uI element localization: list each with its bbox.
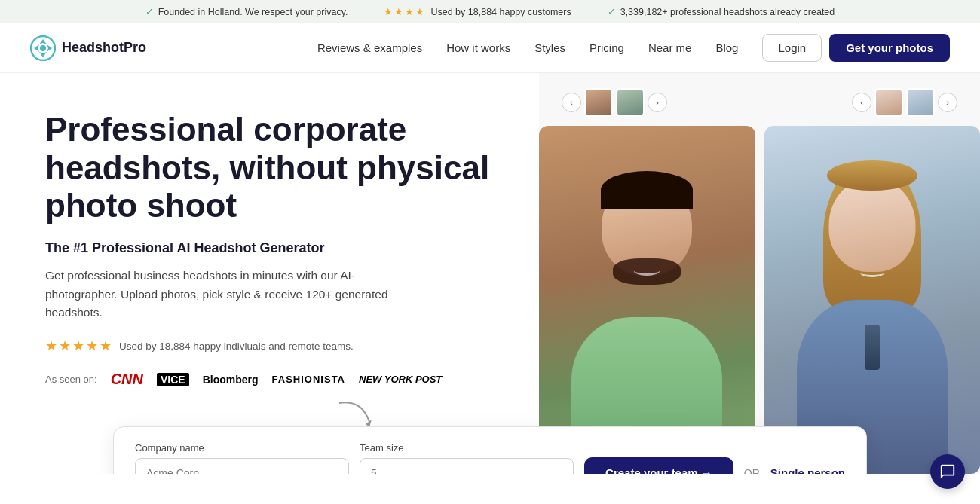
- login-button[interactable]: Login: [762, 34, 822, 62]
- check-icon-1: ✓: [145, 6, 154, 17]
- brand-cnn: CNN: [111, 371, 143, 388]
- brand-vice: VICE: [157, 373, 189, 386]
- prev-arrow-right[interactable]: ‹: [852, 93, 871, 112]
- chat-widget[interactable]: [930, 454, 965, 489]
- hero-title: Professional corporate headshots, withou…: [45, 111, 509, 225]
- logo-icon: [30, 35, 56, 61]
- logo[interactable]: HeadshotPro: [30, 35, 146, 61]
- banner-text-2: Used by 18,884 happy customers: [430, 7, 571, 17]
- as-seen-label: As seen on:: [45, 374, 97, 385]
- single-person-button[interactable]: Single person: [770, 466, 845, 474]
- create-team-button[interactable]: Create your team →: [584, 457, 733, 474]
- check-icon-3: ✓: [608, 6, 616, 17]
- nav-link-near-me[interactable]: Near me: [648, 41, 692, 54]
- thumb-female-2[interactable]: [906, 88, 935, 117]
- top-banner: ✓ Founded in Holland. We respect your pr…: [0, 0, 980, 23]
- company-name-input[interactable]: [135, 458, 349, 474]
- nav-item-pricing[interactable]: Pricing: [590, 41, 624, 55]
- team-size-input[interactable]: [360, 458, 574, 474]
- banner-item-3: ✓ 3,339,182+ professional headshots alre…: [608, 6, 835, 17]
- brand-bloomberg: Bloomberg: [203, 374, 259, 386]
- hero-subtitle: The #1 Professional AI Headshot Generato…: [45, 240, 509, 256]
- hero-content: Professional corporate headshots, withou…: [0, 73, 539, 474]
- nav-item-near-me[interactable]: Near me: [648, 41, 692, 55]
- rating-stars: ★★★★★: [45, 338, 113, 354]
- nav-link-how-it-works[interactable]: How it works: [446, 41, 510, 54]
- banner-item-1: ✓ Founded in Holland. We respect your pr…: [145, 6, 348, 17]
- navbar: HeadshotPro Reviews & examples How it wo…: [0, 23, 980, 73]
- nav-link-pricing[interactable]: Pricing: [590, 41, 624, 54]
- next-arrow-right[interactable]: ›: [938, 93, 957, 112]
- nav-link-reviews[interactable]: Reviews & examples: [317, 41, 422, 54]
- nav-links: Reviews & examples How it works Styles P…: [317, 41, 739, 55]
- or-divider: OR: [744, 467, 760, 474]
- thumb-female-1[interactable]: [874, 88, 903, 117]
- svg-point-1: [40, 45, 46, 51]
- rating-text: Used by 18,884 happy indiviuals and remo…: [119, 341, 354, 352]
- hero-description: Get professional business headshots in m…: [45, 267, 422, 322]
- team-size-label: Team size: [360, 442, 574, 454]
- next-arrow-left[interactable]: ›: [648, 93, 667, 112]
- banner-item-2: ★★★★ Used by 18,884 happy customers: [384, 6, 571, 17]
- team-size-group: Team size: [360, 442, 574, 474]
- banner-text-3: 3,339,182+ professional headshots alread…: [620, 7, 835, 17]
- banner-stars: ★★★★: [384, 6, 426, 17]
- brand-fashionista: FASHIONISTA: [272, 374, 345, 385]
- logo-text: HeadshotPro: [62, 40, 146, 56]
- nav-item-blog[interactable]: Blog: [715, 41, 738, 55]
- nav-item-styles[interactable]: Styles: [534, 41, 565, 55]
- hero-section: Professional corporate headshots, withou…: [0, 73, 980, 474]
- get-photos-button[interactable]: Get your photos: [829, 34, 950, 62]
- chat-icon: [939, 463, 956, 480]
- nav-item-reviews[interactable]: Reviews & examples: [317, 41, 422, 55]
- company-name-group: Company name: [135, 442, 349, 474]
- thumb-male-1[interactable]: [584, 88, 613, 117]
- form-card: Company name Team size Create your team …: [113, 426, 867, 474]
- thumb-male-2[interactable]: [616, 88, 645, 117]
- hero-image-female: [764, 126, 981, 474]
- prev-arrow-left[interactable]: ‹: [562, 93, 581, 112]
- nav-item-how-it-works[interactable]: How it works: [446, 41, 510, 55]
- nav-link-styles[interactable]: Styles: [534, 41, 565, 54]
- nav-link-blog[interactable]: Blog: [715, 41, 738, 54]
- hero-rating: ★★★★★ Used by 18,884 happy indiviuals an…: [45, 338, 509, 354]
- banner-text-1: Founded in Holland. We respect your priv…: [158, 7, 348, 17]
- as-seen-on: As seen on: CNN VICE Bloomberg FASHIONIS…: [45, 371, 509, 388]
- company-name-label: Company name: [135, 442, 349, 454]
- brand-nyp: NEW YORK POST: [359, 374, 442, 385]
